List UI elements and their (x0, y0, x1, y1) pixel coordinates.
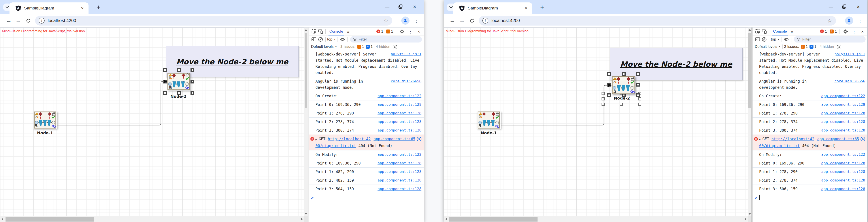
console-source-link[interactable]: app.component.ts:128 (377, 169, 422, 175)
tab-console[interactable]: Console (771, 28, 789, 35)
console-source-link[interactable]: core.mjs:26656 (834, 78, 865, 84)
forward-button[interactable]: → (13, 16, 23, 26)
console-source-link[interactable]: app.component.ts:128 (377, 102, 422, 108)
new-tab-button[interactable]: + (537, 3, 547, 11)
console-sidebar-button[interactable] (754, 36, 761, 42)
url-bar[interactable]: i localhost:4200 ☆ (35, 16, 392, 26)
scroll-up-arrow[interactable] (305, 29, 307, 31)
console-source-link[interactable]: app.component.ts:128 (377, 127, 422, 134)
bookmark-star-icon[interactable]: ☆ (383, 17, 388, 24)
tab-console[interactable]: Console (327, 28, 345, 35)
warning-badge-icon[interactable]: ! (386, 30, 390, 34)
vertical-scroll-thumb[interactable] (305, 33, 307, 108)
console-source-link[interactable]: app.component.ts:128 (821, 127, 865, 134)
diagram-node-1[interactable]: 5 (33, 111, 57, 128)
default-levels-dropdown[interactable]: Default levels (755, 44, 777, 49)
console-source-link[interactable]: core.mjs:26656 (391, 78, 422, 84)
issues-label[interactable]: 2 Issues: (340, 44, 355, 49)
vertical-scrollbar[interactable] (748, 28, 751, 216)
scroll-up-arrow[interactable] (748, 29, 751, 31)
devtools-menu-icon[interactable]: ⋮ (850, 29, 858, 34)
expand-triangle-icon[interactable]: ▶ (315, 138, 317, 141)
tab-sample-diagram[interactable]: A SampleDiagram × (9, 2, 89, 14)
minimize-button[interactable]: — (380, 2, 394, 11)
scroll-down-arrow[interactable] (748, 213, 751, 215)
console-source-link[interactable]: app.component.ts:122 (377, 93, 422, 99)
inspect-element-button[interactable] (754, 28, 761, 35)
vertical-scrollbar[interactable] (304, 28, 308, 216)
close-button[interactable]: × (408, 2, 422, 11)
console-prompt[interactable]: > (309, 193, 424, 202)
console-source-link[interactable]: app.component.ts:65 (373, 136, 415, 142)
browser-menu-icon[interactable]: ⋮ (412, 17, 420, 24)
more-tabs-icon[interactable]: » (789, 29, 795, 34)
context-selector[interactable]: top (327, 37, 333, 42)
error-badge-icon[interactable]: × (376, 30, 380, 33)
console-source-link[interactable]: app.component.ts:128 (377, 119, 422, 125)
selection-handle[interactable] (190, 68, 194, 72)
console-source-link[interactable]: app.component.ts:128 (377, 110, 422, 116)
restore-button[interactable] (394, 2, 408, 11)
more-tabs-icon[interactable]: » (345, 29, 351, 34)
expand-triangle-icon[interactable]: ▶ (759, 138, 761, 141)
console-source-link[interactable]: app.component.ts:128 (821, 110, 865, 116)
levels-settings-button[interactable] (392, 44, 398, 50)
site-info-icon[interactable]: i (39, 17, 44, 24)
scroll-down-arrow[interactable] (305, 213, 307, 215)
console-filter-input[interactable]: Filter (350, 36, 422, 42)
console-source-link[interactable]: app.component.ts:128 (821, 177, 865, 183)
scroll-left-arrow[interactable] (2, 218, 3, 220)
show-network-request-icon[interactable]: ⇅ (861, 137, 865, 141)
close-button[interactable]: × (851, 2, 865, 11)
horizontal-scroll-thumb[interactable] (5, 217, 94, 222)
console-source-link[interactable]: app.component.ts:122 (821, 93, 865, 99)
issues-warning-icon[interactable]: ! (801, 45, 805, 49)
console-prompt[interactable]: > (752, 193, 867, 202)
selection-handle[interactable] (163, 80, 167, 83)
tab-close-icon[interactable]: × (523, 5, 529, 11)
diagram-node-2[interactable]: 5 (612, 76, 635, 94)
devtools-close-icon[interactable]: × (416, 29, 422, 34)
vertical-scroll-thumb[interactable] (748, 33, 751, 108)
selection-handle[interactable] (636, 94, 640, 97)
context-selector[interactable]: top (771, 37, 776, 42)
clear-console-button[interactable] (761, 36, 768, 42)
new-tab-button[interactable]: + (94, 3, 103, 11)
devtools-settings-button[interactable] (842, 28, 849, 35)
selection-handle[interactable] (190, 91, 194, 95)
console-source-link[interactable]: app.component.ts:128 (377, 186, 422, 192)
console-source-link[interactable]: app.component.ts:65 (817, 136, 859, 142)
selection-handle[interactable] (620, 103, 623, 106)
console-source-link[interactable]: app.component.ts:122 (377, 151, 422, 158)
device-toolbar-button[interactable] (761, 28, 768, 35)
scroll-left-arrow[interactable] (445, 218, 447, 220)
back-button[interactable]: ← (447, 16, 457, 26)
diagram-canvas[interactable]: MindFusion.Diagramming for JavaScript, t… (444, 28, 751, 222)
console-source-link[interactable]: app.component.ts:128 (377, 160, 422, 166)
default-levels-dropdown[interactable]: Default levels (311, 44, 334, 49)
horizontal-scrollbar[interactable] (0, 216, 304, 222)
bookmark-star-icon[interactable]: ☆ (827, 17, 832, 24)
error-badge-icon[interactable]: × (820, 30, 824, 33)
console-source-link[interactable]: app.component.ts:128 (821, 102, 865, 108)
back-button[interactable]: ← (4, 16, 13, 26)
live-expression-button[interactable] (339, 36, 346, 42)
selection-handle[interactable] (190, 80, 194, 83)
console-source-link[interactable]: polyfills.js:1 (834, 51, 865, 57)
clear-console-button[interactable] (317, 36, 324, 42)
console-source-link[interactable]: app.component.ts:122 (821, 151, 865, 158)
console-source-link[interactable]: polyfills.js:1 (391, 51, 422, 57)
selection-handle[interactable] (638, 97, 641, 101)
console-sidebar-button[interactable] (311, 36, 317, 42)
selection-handle[interactable] (638, 103, 641, 106)
url-bar[interactable]: i localhost:4200 ☆ (479, 16, 836, 26)
tab-close-icon[interactable]: × (79, 5, 86, 11)
console-filter-input[interactable]: Filter (794, 36, 866, 42)
scroll-right-arrow[interactable] (301, 218, 303, 220)
devtools-settings-button[interactable] (399, 28, 405, 35)
selection-handle[interactable] (601, 97, 605, 101)
selection-handle[interactable] (636, 83, 640, 86)
reload-button[interactable] (23, 16, 33, 26)
issues-warning-icon[interactable]: ! (357, 45, 361, 49)
selection-handle[interactable] (607, 83, 611, 86)
